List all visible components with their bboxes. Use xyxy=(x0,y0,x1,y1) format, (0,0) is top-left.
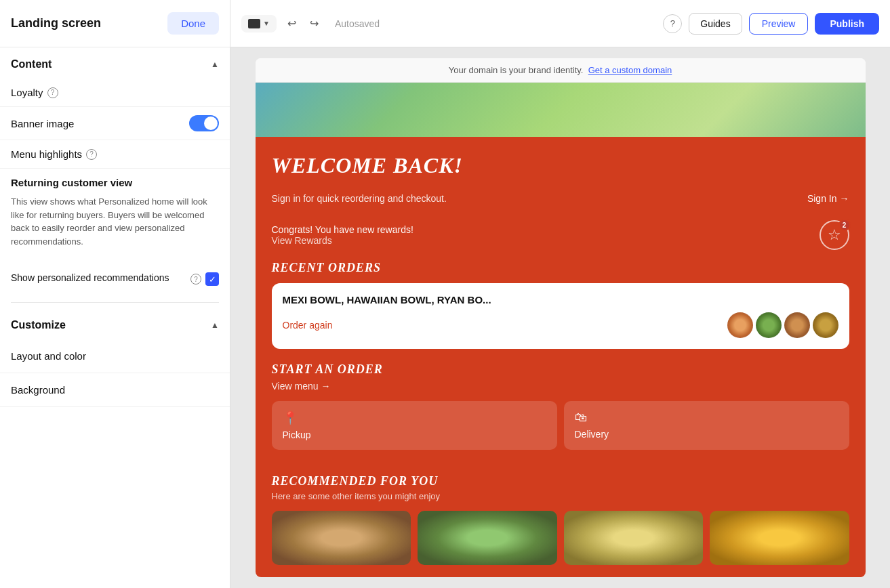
domain-banner-link[interactable]: Get a custom domain xyxy=(588,65,672,75)
returning-customer-desc: This view shows what Personalized home w… xyxy=(11,195,219,248)
order-again-button[interactable]: Order again xyxy=(283,320,333,331)
content-section-label: Content xyxy=(11,58,52,70)
bowl-image-1 xyxy=(727,312,753,338)
content-section-header[interactable]: Content ▲ xyxy=(0,47,230,79)
view-menu-link[interactable]: View menu → xyxy=(272,381,849,392)
customize-chevron-icon: ▲ xyxy=(211,320,219,330)
view-menu-arrow-icon: → xyxy=(321,381,331,392)
customize-section-header[interactable]: Customize ▲ xyxy=(0,308,230,339)
show-personalized-checkbox[interactable] xyxy=(205,272,219,286)
show-personalized-row: Show personalized recommendations ? xyxy=(0,267,230,297)
bowl-image-4 xyxy=(813,312,838,338)
rec-image-4 xyxy=(710,511,849,565)
rewards-text: Congrats! You have new rewards! View Rew… xyxy=(272,224,413,246)
preview-button[interactable]: Preview xyxy=(749,13,809,35)
pickup-icon: 📍 xyxy=(283,411,546,425)
pickup-label: Pickup xyxy=(283,429,546,440)
delivery-icon: 🛍 xyxy=(575,411,838,425)
recent-order-card: MEXI BOWL, HAWAIIAN BOWL, RYAN BO... Ord… xyxy=(272,283,849,349)
recommended-section: RECOMMENDED FOR YOU Here are some other … xyxy=(256,474,866,577)
view-icon xyxy=(248,19,260,28)
sign-in-row: Sign in for quick reordering and checkou… xyxy=(256,193,866,215)
rec-image-3 xyxy=(564,511,704,565)
order-options: 📍 Pickup 🛍 Delivery xyxy=(272,401,849,450)
bowl-image-3 xyxy=(784,312,810,338)
right-side: ▼ ↩ ↪ Autosaved ? Guides Preview Publish… xyxy=(230,0,890,588)
welcome-subtext: Sign in for quick reordering and checkou… xyxy=(272,193,447,204)
hero-image xyxy=(256,83,866,137)
publish-button[interactable]: Publish xyxy=(815,13,879,35)
menu-highlights-label: Menu highlights ? xyxy=(11,148,97,160)
domain-banner-text: Your domain is your brand identity. xyxy=(449,65,584,75)
recent-orders-title: RECENT ORDERS xyxy=(256,261,866,283)
toolbar-right: ? Guides Preview Publish xyxy=(663,13,879,35)
show-personalized-help-icon[interactable]: ? xyxy=(190,274,201,285)
rewards-row: Congrats! You have new rewards! View Rew… xyxy=(256,215,866,261)
loyalty-label: Loyalty ? xyxy=(11,87,58,98)
left-panel: Landing screen Done Content ▲ Loyalty ? … xyxy=(0,0,230,588)
rewards-count: 2 xyxy=(838,219,851,231)
start-order-section: START AN ORDER View menu → 📍 Pickup 🛍 De… xyxy=(256,362,866,474)
loyalty-help-icon[interactable]: ? xyxy=(47,87,58,98)
welcome-section: WELCOME BACK! xyxy=(256,137,866,193)
view-select[interactable]: ▼ xyxy=(241,15,277,33)
undo-button[interactable]: ↩ xyxy=(282,12,302,35)
recommended-grid xyxy=(272,511,849,565)
rec-image-1 xyxy=(272,511,411,565)
content-chevron-icon: ▲ xyxy=(211,60,219,69)
rec-image-2 xyxy=(418,511,557,565)
sign-in-link[interactable]: Sign In → xyxy=(807,193,849,204)
loyalty-item: Loyalty ? xyxy=(0,79,230,107)
undo-redo-group: ↩ ↪ xyxy=(282,12,324,35)
start-order-title: START AN ORDER xyxy=(272,362,849,377)
show-personalized-controls: ? xyxy=(190,272,219,286)
delivery-option[interactable]: 🛍 Delivery xyxy=(564,401,849,450)
guides-button[interactable]: Guides xyxy=(689,13,742,35)
rewards-congrats: Congrats! You have new rewards! xyxy=(272,224,413,235)
delivery-label: Delivery xyxy=(575,429,838,440)
preview-area: Your domain is your brand identity. Get … xyxy=(230,47,890,588)
rec-card-4[interactable] xyxy=(710,511,849,565)
recommended-subtext: Here are some other items you might enjo… xyxy=(272,491,849,501)
top-toolbar: ▼ ↩ ↪ Autosaved ? Guides Preview Publish xyxy=(230,0,890,47)
help-button[interactable]: ? xyxy=(663,14,682,33)
bowl-image-2 xyxy=(756,312,782,338)
restaurant-content: WELCOME BACK! Sign in for quick reorderi… xyxy=(256,83,866,577)
divider xyxy=(11,302,219,303)
order-images xyxy=(727,312,838,338)
done-button[interactable]: Done xyxy=(167,12,219,35)
banner-image-toggle[interactable] xyxy=(189,115,219,131)
rec-card-3[interactable] xyxy=(564,511,704,565)
recent-order-bottom: Order again xyxy=(283,312,838,338)
banner-image-item: Banner image xyxy=(0,107,230,140)
rec-card-1[interactable] xyxy=(272,511,411,565)
menu-highlights-item: Menu highlights ? xyxy=(0,140,230,169)
hero-image-inner xyxy=(256,83,866,137)
customize-section-label: Customize xyxy=(11,319,66,331)
welcome-title: WELCOME BACK! xyxy=(272,153,849,178)
sign-in-arrow-icon: → xyxy=(840,193,849,204)
preview-card: Your domain is your brand identity. Get … xyxy=(256,58,866,577)
view-chevron-icon: ▼ xyxy=(263,20,270,27)
recommended-title: RECOMMENDED FOR YOU xyxy=(272,474,849,488)
rewards-star-icon: ☆ xyxy=(828,226,841,244)
domain-banner: Your domain is your brand identity. Get … xyxy=(256,58,866,83)
show-personalized-label: Show personalized recommendations xyxy=(11,272,185,283)
rewards-badge[interactable]: ☆ 2 xyxy=(820,220,849,250)
menu-highlights-help-icon[interactable]: ? xyxy=(86,149,97,160)
autosaved-status: Autosaved xyxy=(329,18,658,29)
banner-image-label: Banner image xyxy=(11,118,74,129)
layout-and-color-item[interactable]: Layout and color xyxy=(0,339,230,373)
recent-order-name: MEXI BOWL, HAWAIIAN BOWL, RYAN BO... xyxy=(283,294,838,306)
page-title: Landing screen xyxy=(11,16,101,30)
returning-customer-section: Returning customer view This view shows … xyxy=(0,169,230,267)
redo-button[interactable]: ↪ xyxy=(304,12,324,35)
returning-customer-title: Returning customer view xyxy=(11,177,219,188)
background-item[interactable]: Background xyxy=(0,373,230,407)
pickup-option[interactable]: 📍 Pickup xyxy=(272,401,557,450)
rec-card-2[interactable] xyxy=(418,511,557,565)
left-header: Landing screen Done xyxy=(0,0,230,47)
view-rewards-link[interactable]: View Rewards xyxy=(272,235,413,246)
